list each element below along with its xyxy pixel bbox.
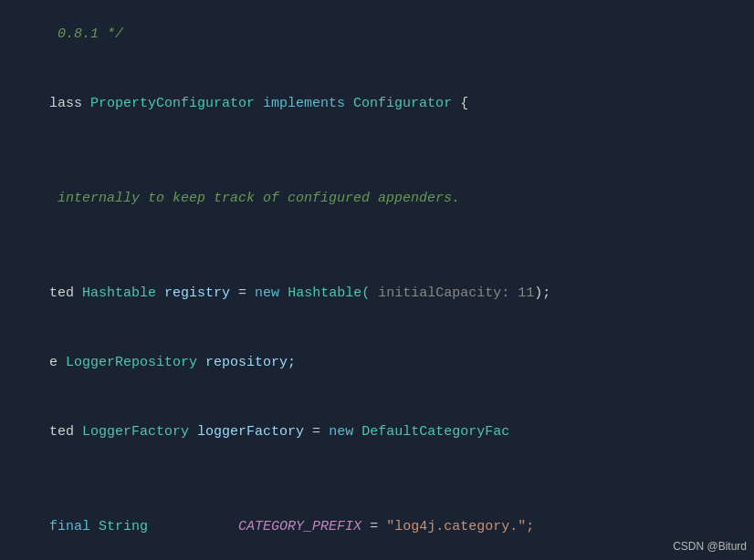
code-editor: 0.8.1 */ lass PropertyConfigurator imple… — [0, 0, 754, 560]
line-empty-3 — [0, 467, 754, 493]
line-empty-1 — [0, 139, 754, 164]
line-registry: ted Hashtable registry = new Hashtable( … — [0, 259, 754, 328]
line-empty-2 — [0, 233, 754, 259]
line-logger-factory: ted LoggerFactory loggerFactory = new De… — [0, 398, 754, 467]
line-version-comment: 0.8.1 */ — [0, 0, 754, 69]
line-internally-comment: internally to keep track of configured a… — [0, 164, 754, 233]
watermark: CSDN @Biturd — [673, 540, 747, 553]
line-repository: e LoggerRepository repository; — [0, 328, 754, 398]
line-class-declaration: lass PropertyConfigurator implements Con… — [0, 69, 754, 139]
line-category-prefix: final String CATEGORY_PREFIX = "log4j.ca… — [0, 493, 754, 560]
